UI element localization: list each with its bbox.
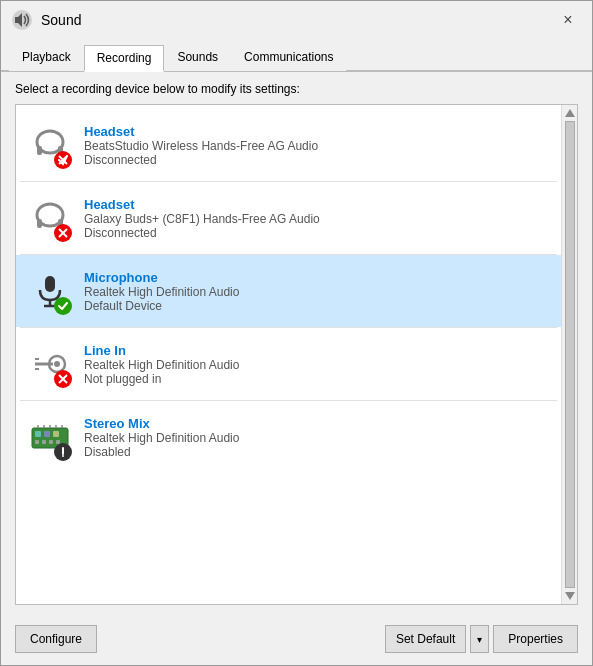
- device-name-microphone: Microphone: [84, 270, 551, 285]
- svg-rect-24: [44, 431, 50, 437]
- title-bar: Sound ×: [1, 1, 592, 37]
- device-name-headset-beats: Headset: [84, 124, 551, 139]
- svg-rect-26: [35, 440, 39, 444]
- scrollbar[interactable]: [561, 105, 577, 604]
- device-item-microphone[interactable]: Microphone Realtek High Definition Audio…: [16, 255, 561, 327]
- svg-rect-27: [42, 440, 46, 444]
- badge-red-2: [54, 224, 72, 242]
- svg-rect-12: [45, 276, 55, 292]
- tab-playback[interactable]: Playback: [9, 44, 84, 71]
- svg-rect-23: [35, 431, 41, 437]
- device-item-stereo-mix[interactable]: Stereo Mix Realtek High Definition Audio…: [16, 401, 561, 473]
- device-item-headset-galaxy[interactable]: Headset Galaxy Buds+ (C8F1) Hands-Free A…: [16, 182, 561, 254]
- device-icon-stereo-mix: [26, 409, 74, 465]
- configure-button[interactable]: Configure: [15, 625, 97, 653]
- properties-button[interactable]: Properties: [493, 625, 578, 653]
- svg-rect-25: [53, 431, 59, 437]
- tab-sounds[interactable]: Sounds: [164, 44, 231, 71]
- device-info-line-in: Line In Realtek High Definition Audio No…: [84, 343, 551, 386]
- sound-title-icon: [11, 9, 33, 31]
- svg-rect-8: [37, 219, 42, 228]
- device-icon-headset-galaxy: [26, 190, 74, 246]
- device-driver-headset-beats: BeatsStudio Wireless Hands-Free AG Audio: [84, 139, 551, 153]
- svg-point-35: [62, 455, 64, 457]
- device-status-headset-galaxy: Disconnected: [84, 226, 551, 240]
- tab-recording[interactable]: Recording: [84, 45, 165, 72]
- device-driver-line-in: Realtek High Definition Audio: [84, 358, 551, 372]
- close-button[interactable]: ×: [554, 9, 582, 31]
- device-info-headset-beats: Headset BeatsStudio Wireless Hands-Free …: [84, 124, 551, 167]
- svg-point-17: [54, 361, 60, 367]
- instruction-text: Select a recording device below to modif…: [15, 82, 578, 96]
- svg-rect-28: [49, 440, 53, 444]
- device-name-stereo-mix: Stereo Mix: [84, 416, 551, 431]
- device-driver-stereo-mix: Realtek High Definition Audio: [84, 431, 551, 445]
- device-item-headset-beats[interactable]: Headset BeatsStudio Wireless Hands-Free …: [16, 109, 561, 181]
- device-icon-microphone: [26, 263, 74, 319]
- device-driver-headset-galaxy: Galaxy Buds+ (C8F1) Hands-Free AG Audio: [84, 212, 551, 226]
- tab-communications[interactable]: Communications: [231, 44, 346, 71]
- device-info-stereo-mix: Stereo Mix Realtek High Definition Audio…: [84, 416, 551, 459]
- sound-dialog: Sound × Playback Recording Sounds Commun…: [0, 0, 593, 666]
- badge-red-4: [54, 370, 72, 388]
- window-title: Sound: [41, 12, 554, 28]
- footer: Configure Set Default ▾ Properties: [1, 615, 592, 665]
- svg-marker-37: [565, 592, 575, 600]
- badge-red-1: [54, 151, 72, 169]
- device-icon-line-in: [26, 336, 74, 392]
- device-list: Headset BeatsStudio Wireless Hands-Free …: [16, 105, 561, 604]
- badge-green-3: [54, 297, 72, 315]
- svg-marker-36: [565, 109, 575, 117]
- device-name-headset-galaxy: Headset: [84, 197, 551, 212]
- device-status-line-in: Not plugged in: [84, 372, 551, 386]
- device-status-headset-beats: Disconnected: [84, 153, 551, 167]
- device-item-line-in[interactable]: Line In Realtek High Definition Audio No…: [16, 328, 561, 400]
- content-area: Select a recording device below to modif…: [1, 72, 592, 615]
- device-status-microphone: Default Device: [84, 299, 551, 313]
- badge-black-5: [54, 443, 72, 461]
- device-driver-microphone: Realtek High Definition Audio: [84, 285, 551, 299]
- device-name-line-in: Line In: [84, 343, 551, 358]
- tabs-bar: Playback Recording Sounds Communications: [1, 37, 592, 72]
- device-icon-headset-beats: [26, 117, 74, 173]
- svg-rect-3: [37, 146, 42, 155]
- set-default-button[interactable]: Set Default: [385, 625, 466, 653]
- device-status-stereo-mix: Disabled: [84, 445, 551, 459]
- set-default-dropdown-button[interactable]: ▾: [470, 625, 489, 653]
- device-info-microphone: Microphone Realtek High Definition Audio…: [84, 270, 551, 313]
- device-info-headset-galaxy: Headset Galaxy Buds+ (C8F1) Hands-Free A…: [84, 197, 551, 240]
- device-list-container: Headset BeatsStudio Wireless Hands-Free …: [15, 104, 578, 605]
